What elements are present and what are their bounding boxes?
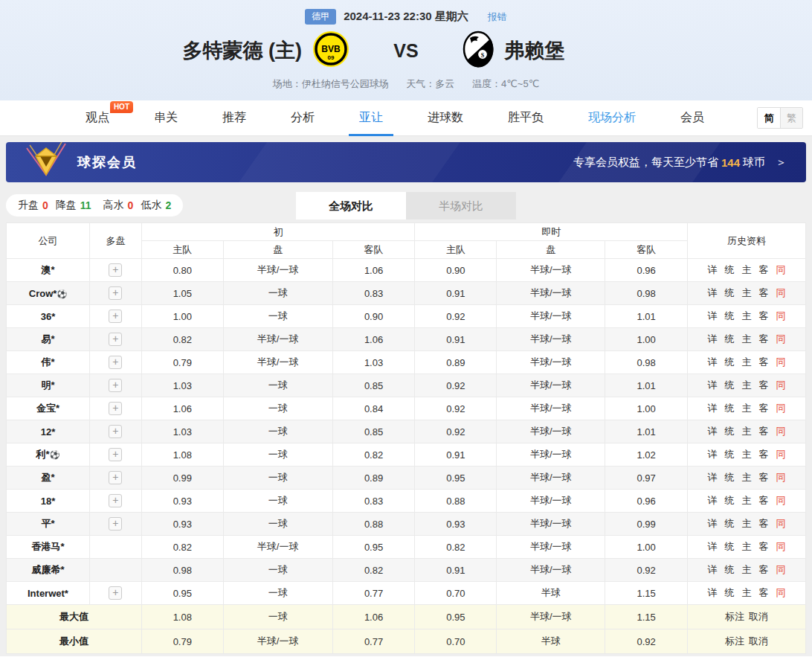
- company-name-cell[interactable]: 36*: [7, 305, 90, 328]
- history-link[interactable]: 详: [708, 426, 718, 437]
- tab-live-analysis[interactable]: 现场分析: [588, 100, 636, 136]
- company-name[interactable]: 香港马*: [31, 541, 64, 552]
- company-name-cell[interactable]: 易*: [7, 328, 90, 351]
- company-name-cell[interactable]: Crow*⚽: [7, 282, 90, 305]
- history-link[interactable]: 主: [742, 495, 752, 506]
- history-link[interactable]: 统: [725, 356, 735, 368]
- company-name[interactable]: 金宝*: [36, 403, 59, 414]
- history-link[interactable]: 客: [759, 541, 769, 552]
- history-link[interactable]: 主: [742, 472, 752, 483]
- history-link[interactable]: 统: [725, 564, 735, 575]
- history-link[interactable]: 同: [776, 426, 786, 437]
- company-name[interactable]: Interwet*: [28, 588, 68, 599]
- tab-win-draw-lose[interactable]: 胜平负: [508, 100, 544, 136]
- history-link[interactable]: 主: [742, 287, 752, 298]
- company-name-cell[interactable]: 威廉希*: [7, 559, 90, 582]
- report-error-link[interactable]: 报错: [488, 10, 507, 24]
- expand-plus-button[interactable]: +: [109, 310, 122, 323]
- history-link[interactable]: 客: [759, 518, 769, 529]
- history-link[interactable]: 主: [742, 310, 752, 321]
- history-link[interactable]: 详: [708, 333, 718, 344]
- half-match-toggle[interactable]: 半场对比: [406, 192, 516, 219]
- league-badge[interactable]: 德甲: [305, 9, 336, 25]
- history-link[interactable]: 客: [759, 472, 769, 483]
- company-name-cell[interactable]: 香港马*: [7, 536, 90, 559]
- history-link[interactable]: 详: [708, 310, 718, 321]
- history-link[interactable]: 客: [759, 333, 769, 344]
- history-link[interactable]: 同: [776, 449, 786, 460]
- company-name[interactable]: 12*: [41, 426, 56, 438]
- history-link[interactable]: 客: [759, 449, 769, 460]
- history-link[interactable]: 主: [742, 356, 752, 368]
- history-link[interactable]: 统: [725, 495, 735, 506]
- company-name-cell[interactable]: 伟*: [7, 351, 90, 374]
- expand-plus-button[interactable]: +: [109, 379, 122, 392]
- expand-plus-button[interactable]: +: [109, 448, 122, 461]
- expand-plus-button[interactable]: +: [109, 425, 122, 438]
- history-link[interactable]: 主: [742, 587, 752, 598]
- history-link[interactable]: 统: [725, 426, 735, 437]
- history-link[interactable]: 统: [725, 310, 735, 321]
- history-link[interactable]: 同: [776, 356, 786, 368]
- full-match-toggle[interactable]: 全场对比: [296, 192, 406, 219]
- expand-plus-button[interactable]: +: [109, 586, 122, 600]
- history-link[interactable]: 同: [776, 333, 786, 344]
- history-link[interactable]: 统: [725, 264, 735, 275]
- history-link[interactable]: 详: [708, 541, 718, 552]
- company-name[interactable]: Crow*: [29, 288, 57, 299]
- history-link[interactable]: 详: [708, 287, 718, 298]
- cancel-link[interactable]: 取消: [749, 611, 768, 622]
- history-link[interactable]: 客: [759, 426, 769, 437]
- mark-link[interactable]: 标注: [725, 611, 744, 622]
- expand-plus-button[interactable]: +: [109, 517, 122, 531]
- company-name[interactable]: 明*: [41, 379, 54, 391]
- expand-plus-button[interactable]: +: [109, 263, 122, 277]
- company-name-cell[interactable]: 18*: [7, 490, 90, 513]
- company-name-cell[interactable]: 平*: [7, 513, 90, 536]
- tab-recommend[interactable]: 推荐: [222, 100, 246, 136]
- history-link[interactable]: 详: [708, 356, 718, 368]
- expand-plus-button[interactable]: +: [109, 471, 122, 484]
- history-link[interactable]: 同: [776, 541, 786, 552]
- lang-traditional-button[interactable]: 繁: [780, 108, 802, 128]
- history-link[interactable]: 同: [776, 264, 786, 275]
- tab-viewpoint[interactable]: 观点 HOT: [86, 100, 109, 136]
- expand-plus-button[interactable]: +: [109, 356, 122, 369]
- tab-analysis[interactable]: 分析: [291, 100, 315, 136]
- company-name[interactable]: 伟*: [41, 356, 54, 368]
- company-name[interactable]: 利*: [36, 449, 50, 460]
- history-link[interactable]: 同: [776, 518, 786, 529]
- history-link[interactable]: 客: [759, 310, 769, 321]
- company-name[interactable]: 18*: [41, 496, 56, 507]
- history-link[interactable]: 同: [776, 287, 786, 298]
- history-link[interactable]: 同: [776, 564, 786, 575]
- history-link[interactable]: 主: [742, 564, 752, 575]
- history-link[interactable]: 主: [742, 426, 752, 437]
- history-link[interactable]: 统: [725, 587, 735, 598]
- company-name-cell[interactable]: 利*⚽: [7, 443, 90, 467]
- history-link[interactable]: 客: [759, 264, 769, 275]
- history-link[interactable]: 客: [759, 403, 769, 414]
- history-link[interactable]: 客: [759, 356, 769, 368]
- expand-plus-button[interactable]: +: [109, 286, 122, 300]
- history-link[interactable]: 统: [725, 449, 735, 460]
- history-link[interactable]: 统: [725, 541, 735, 552]
- vip-banner[interactable]: 球探会员 专享会员权益，每天至少节省 144 球币 ＞: [6, 142, 806, 182]
- history-link[interactable]: 主: [742, 333, 752, 344]
- history-link[interactable]: 同: [776, 310, 786, 321]
- history-link[interactable]: 主: [742, 403, 752, 414]
- company-name[interactable]: 威廉希*: [31, 564, 64, 575]
- history-link[interactable]: 详: [708, 403, 718, 414]
- company-name[interactable]: 澳*: [41, 264, 54, 275]
- expand-plus-button[interactable]: +: [109, 333, 122, 346]
- history-link[interactable]: 详: [708, 587, 718, 598]
- history-link[interactable]: 统: [725, 379, 735, 391]
- history-link[interactable]: 客: [759, 564, 769, 575]
- history-link[interactable]: 同: [776, 472, 786, 483]
- history-link[interactable]: 同: [776, 403, 786, 414]
- cancel-link[interactable]: 取消: [749, 635, 768, 647]
- company-name-cell[interactable]: 金宝*: [7, 397, 90, 420]
- history-link[interactable]: 主: [742, 518, 752, 529]
- history-link[interactable]: 主: [742, 379, 752, 391]
- history-link[interactable]: 主: [742, 541, 752, 552]
